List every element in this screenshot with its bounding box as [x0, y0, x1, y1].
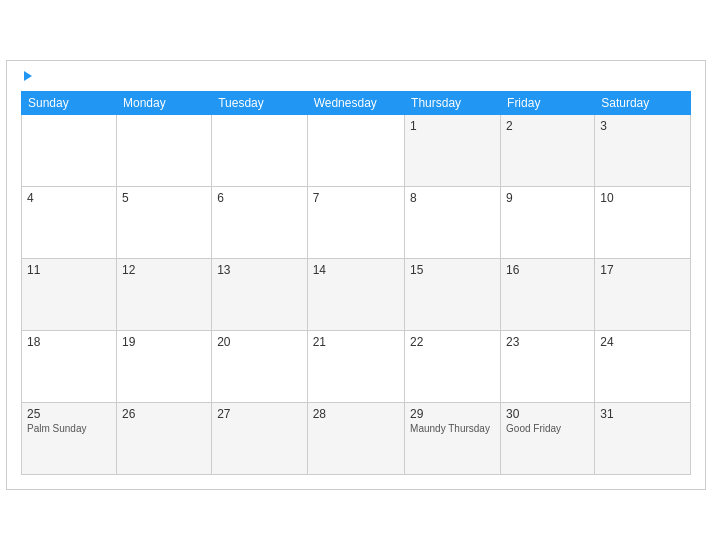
- day-event-label: Good Friday: [506, 423, 589, 434]
- calendar-container: SundayMondayTuesdayWednesdayThursdayFrid…: [6, 60, 706, 490]
- weekday-header-monday: Monday: [116, 92, 211, 115]
- day-number: 7: [313, 191, 399, 205]
- day-number: 17: [600, 263, 685, 277]
- week-row-1: 123: [22, 115, 691, 187]
- day-cell: 13: [212, 259, 308, 331]
- day-cell: 18: [22, 331, 117, 403]
- day-number: 31: [600, 407, 685, 421]
- day-number: 26: [122, 407, 206, 421]
- day-cell: 4: [22, 187, 117, 259]
- calendar-table: SundayMondayTuesdayWednesdayThursdayFrid…: [21, 91, 691, 475]
- week-row-3: 11121314151617: [22, 259, 691, 331]
- weekday-header-friday: Friday: [501, 92, 595, 115]
- day-cell: 24: [595, 331, 691, 403]
- week-row-4: 18192021222324: [22, 331, 691, 403]
- day-cell: 12: [116, 259, 211, 331]
- weekday-header-thursday: Thursday: [405, 92, 501, 115]
- logo-blue-area: [21, 71, 32, 81]
- day-cell: 16: [501, 259, 595, 331]
- day-cell: 10: [595, 187, 691, 259]
- day-cell: 22: [405, 331, 501, 403]
- day-cell: 14: [307, 259, 404, 331]
- day-number: 16: [506, 263, 589, 277]
- day-cell: 30Good Friday: [501, 403, 595, 475]
- day-cell: 2: [501, 115, 595, 187]
- day-number: 5: [122, 191, 206, 205]
- day-cell: 3: [595, 115, 691, 187]
- day-cell: 31: [595, 403, 691, 475]
- day-number: 9: [506, 191, 589, 205]
- day-cell: [116, 115, 211, 187]
- logo-area: [21, 71, 32, 81]
- day-cell: [212, 115, 308, 187]
- weekday-header-saturday: Saturday: [595, 92, 691, 115]
- day-number: 1: [410, 119, 495, 133]
- day-cell: 29Maundy Thursday: [405, 403, 501, 475]
- day-number: 6: [217, 191, 302, 205]
- day-number: 10: [600, 191, 685, 205]
- day-cell: [307, 115, 404, 187]
- day-cell: 25Palm Sunday: [22, 403, 117, 475]
- day-cell: 8: [405, 187, 501, 259]
- day-cell: 1: [405, 115, 501, 187]
- day-number: 25: [27, 407, 111, 421]
- day-cell: 21: [307, 331, 404, 403]
- day-number: 22: [410, 335, 495, 349]
- day-cell: 23: [501, 331, 595, 403]
- day-number: 4: [27, 191, 111, 205]
- logo-triangle-icon: [24, 71, 32, 81]
- day-number: 13: [217, 263, 302, 277]
- calendar-header: [21, 71, 691, 81]
- day-number: 30: [506, 407, 589, 421]
- day-cell: 17: [595, 259, 691, 331]
- week-row-5: 25Palm Sunday26272829Maundy Thursday30Go…: [22, 403, 691, 475]
- day-cell: 26: [116, 403, 211, 475]
- day-number: 15: [410, 263, 495, 277]
- day-cell: 20: [212, 331, 308, 403]
- day-number: 27: [217, 407, 302, 421]
- day-event-label: Palm Sunday: [27, 423, 111, 434]
- weekday-header-wednesday: Wednesday: [307, 92, 404, 115]
- day-cell: 5: [116, 187, 211, 259]
- day-cell: 28: [307, 403, 404, 475]
- day-cell: [22, 115, 117, 187]
- day-number: 21: [313, 335, 399, 349]
- day-number: 2: [506, 119, 589, 133]
- day-number: 19: [122, 335, 206, 349]
- day-cell: 11: [22, 259, 117, 331]
- day-cell: 6: [212, 187, 308, 259]
- day-number: 23: [506, 335, 589, 349]
- day-number: 18: [27, 335, 111, 349]
- day-number: 20: [217, 335, 302, 349]
- day-number: 3: [600, 119, 685, 133]
- day-number: 24: [600, 335, 685, 349]
- weekday-header-sunday: Sunday: [22, 92, 117, 115]
- day-number: 8: [410, 191, 495, 205]
- day-cell: 15: [405, 259, 501, 331]
- weekday-header-tuesday: Tuesday: [212, 92, 308, 115]
- day-number: 28: [313, 407, 399, 421]
- day-cell: 27: [212, 403, 308, 475]
- day-event-label: Maundy Thursday: [410, 423, 495, 434]
- day-cell: 19: [116, 331, 211, 403]
- week-row-2: 45678910: [22, 187, 691, 259]
- day-number: 12: [122, 263, 206, 277]
- day-number: 14: [313, 263, 399, 277]
- weekday-header-row: SundayMondayTuesdayWednesdayThursdayFrid…: [22, 92, 691, 115]
- day-number: 29: [410, 407, 495, 421]
- day-cell: 9: [501, 187, 595, 259]
- day-number: 11: [27, 263, 111, 277]
- day-cell: 7: [307, 187, 404, 259]
